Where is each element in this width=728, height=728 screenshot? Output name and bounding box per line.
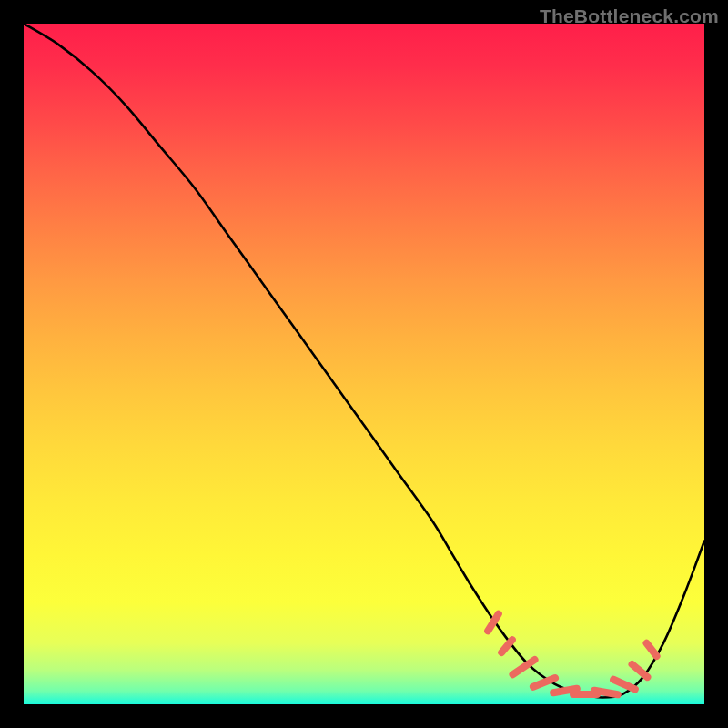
chart-frame: TheBottleneck.com: [0, 0, 728, 728]
bottleneck-curve: [24, 24, 704, 704]
plot-area: [24, 24, 704, 704]
watermark-text: TheBottleneck.com: [540, 5, 719, 27]
curve-path: [24, 24, 704, 698]
